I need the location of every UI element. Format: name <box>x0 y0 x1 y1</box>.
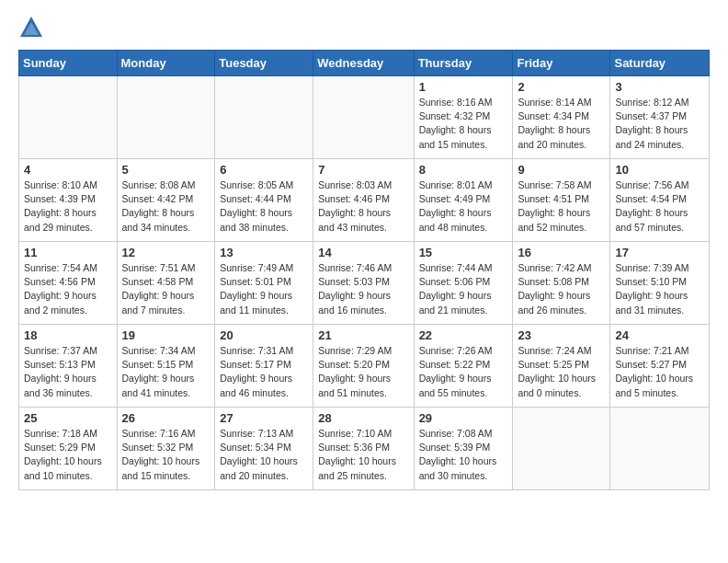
calendar-cell: 11Sunrise: 7:54 AM Sunset: 4:56 PM Dayli… <box>19 242 118 325</box>
calendar-cell: 13Sunrise: 7:49 AM Sunset: 5:01 PM Dayli… <box>215 242 313 325</box>
calendar-cell: 15Sunrise: 7:44 AM Sunset: 5:06 PM Dayli… <box>414 242 513 325</box>
day-info: Sunrise: 8:16 AM Sunset: 4:32 PM Dayligh… <box>419 96 508 152</box>
col-header-thursday: Thursday <box>414 51 513 76</box>
day-info: Sunrise: 7:08 AM Sunset: 5:39 PM Dayligh… <box>419 427 508 483</box>
calendar-cell: 6Sunrise: 8:05 AM Sunset: 4:44 PM Daylig… <box>215 159 313 242</box>
day-number: 18 <box>24 328 112 342</box>
calendar-cell: 7Sunrise: 8:03 AM Sunset: 4:46 PM Daylig… <box>313 159 414 242</box>
day-info: Sunrise: 8:12 AM Sunset: 4:37 PM Dayligh… <box>615 96 704 152</box>
calendar-cell: 23Sunrise: 7:24 AM Sunset: 5:25 PM Dayli… <box>513 325 610 408</box>
day-number: 1 <box>419 80 508 94</box>
day-number: 7 <box>318 163 408 177</box>
calendar-cell <box>215 76 313 159</box>
day-number: 14 <box>318 246 408 259</box>
calendar-cell: 28Sunrise: 7:10 AM Sunset: 5:36 PM Dayli… <box>313 408 414 490</box>
day-number: 24 <box>615 328 704 342</box>
calendar-cell: 1Sunrise: 8:16 AM Sunset: 4:32 PM Daylig… <box>414 76 513 159</box>
calendar-cell: 21Sunrise: 7:29 AM Sunset: 5:20 PM Dayli… <box>313 325 414 408</box>
day-info: Sunrise: 7:37 AM Sunset: 5:13 PM Dayligh… <box>24 344 112 400</box>
col-header-sunday: Sunday <box>19 51 118 76</box>
day-number: 17 <box>615 246 704 259</box>
week-row-4: 25Sunrise: 7:18 AM Sunset: 5:29 PM Dayli… <box>19 408 710 490</box>
day-number: 8 <box>419 163 508 177</box>
calendar-cell: 25Sunrise: 7:18 AM Sunset: 5:29 PM Dayli… <box>19 408 118 490</box>
day-number: 15 <box>419 246 508 259</box>
col-header-monday: Monday <box>117 51 215 76</box>
calendar-table: SundayMondayTuesdayWednesdayThursdayFrid… <box>18 50 710 490</box>
day-info: Sunrise: 7:54 AM Sunset: 4:56 PM Dayligh… <box>24 261 112 317</box>
calendar-cell <box>117 76 215 159</box>
calendar-cell <box>513 408 610 490</box>
day-number: 26 <box>122 411 210 425</box>
day-number: 25 <box>24 411 112 425</box>
day-info: Sunrise: 7:29 AM Sunset: 5:20 PM Dayligh… <box>318 344 408 400</box>
calendar-cell: 27Sunrise: 7:13 AM Sunset: 5:34 PM Dayli… <box>215 408 313 490</box>
day-number: 3 <box>615 80 704 94</box>
day-info: Sunrise: 7:58 AM Sunset: 4:51 PM Dayligh… <box>518 178 605 235</box>
calendar-cell: 19Sunrise: 7:34 AM Sunset: 5:15 PM Dayli… <box>117 325 215 408</box>
day-info: Sunrise: 7:21 AM Sunset: 5:27 PM Dayligh… <box>615 344 704 400</box>
calendar-cell: 17Sunrise: 7:39 AM Sunset: 5:10 PM Dayli… <box>610 242 710 325</box>
day-number: 4 <box>24 163 112 177</box>
calendar-cell: 2Sunrise: 8:14 AM Sunset: 4:34 PM Daylig… <box>513 76 610 159</box>
day-info: Sunrise: 7:51 AM Sunset: 4:58 PM Dayligh… <box>122 261 210 317</box>
day-info: Sunrise: 7:26 AM Sunset: 5:22 PM Dayligh… <box>419 344 508 400</box>
calendar-cell: 8Sunrise: 8:01 AM Sunset: 4:49 PM Daylig… <box>414 159 513 242</box>
day-info: Sunrise: 8:08 AM Sunset: 4:42 PM Dayligh… <box>122 178 210 235</box>
calendar-cell: 14Sunrise: 7:46 AM Sunset: 5:03 PM Dayli… <box>313 242 414 325</box>
day-number: 6 <box>220 163 308 177</box>
calendar-cell: 22Sunrise: 7:26 AM Sunset: 5:22 PM Dayli… <box>414 325 513 408</box>
calendar-cell <box>313 76 414 159</box>
day-info: Sunrise: 8:01 AM Sunset: 4:49 PM Dayligh… <box>419 178 508 235</box>
calendar-cell: 18Sunrise: 7:37 AM Sunset: 5:13 PM Dayli… <box>19 325 118 408</box>
day-info: Sunrise: 7:56 AM Sunset: 4:54 PM Dayligh… <box>615 178 704 235</box>
calendar-cell: 26Sunrise: 7:16 AM Sunset: 5:32 PM Dayli… <box>117 408 215 490</box>
col-header-saturday: Saturday <box>610 51 710 76</box>
calendar-cell: 12Sunrise: 7:51 AM Sunset: 4:58 PM Dayli… <box>117 242 215 325</box>
day-info: Sunrise: 7:24 AM Sunset: 5:25 PM Dayligh… <box>518 344 605 400</box>
day-info: Sunrise: 8:05 AM Sunset: 4:44 PM Dayligh… <box>220 178 308 235</box>
calendar-cell: 29Sunrise: 7:08 AM Sunset: 5:39 PM Dayli… <box>414 408 513 490</box>
day-number: 16 <box>518 246 605 259</box>
day-info: Sunrise: 8:03 AM Sunset: 4:46 PM Dayligh… <box>318 178 408 235</box>
day-number: 11 <box>24 246 112 259</box>
calendar-cell: 5Sunrise: 8:08 AM Sunset: 4:42 PM Daylig… <box>117 159 215 242</box>
day-info: Sunrise: 7:34 AM Sunset: 5:15 PM Dayligh… <box>122 344 210 400</box>
day-number: 13 <box>220 246 308 259</box>
day-number: 5 <box>122 163 210 177</box>
day-number: 19 <box>122 328 210 342</box>
day-info: Sunrise: 7:49 AM Sunset: 5:01 PM Dayligh… <box>220 261 308 317</box>
calendar-header-row: SundayMondayTuesdayWednesdayThursdayFrid… <box>19 51 710 76</box>
calendar-cell <box>610 408 710 490</box>
day-info: Sunrise: 7:13 AM Sunset: 5:34 PM Dayligh… <box>220 427 308 483</box>
day-number: 27 <box>220 411 308 425</box>
week-row-2: 11Sunrise: 7:54 AM Sunset: 4:56 PM Dayli… <box>19 242 710 325</box>
calendar-cell: 24Sunrise: 7:21 AM Sunset: 5:27 PM Dayli… <box>610 325 710 408</box>
day-info: Sunrise: 7:44 AM Sunset: 5:06 PM Dayligh… <box>419 261 508 317</box>
calendar-cell: 3Sunrise: 8:12 AM Sunset: 4:37 PM Daylig… <box>610 76 710 159</box>
week-row-3: 18Sunrise: 7:37 AM Sunset: 5:13 PM Dayli… <box>19 325 710 408</box>
col-header-friday: Friday <box>513 51 610 76</box>
logo-icon <box>18 15 44 40</box>
day-number: 12 <box>122 246 210 259</box>
calendar-cell: 9Sunrise: 7:58 AM Sunset: 4:51 PM Daylig… <box>513 159 610 242</box>
day-info: Sunrise: 7:18 AM Sunset: 5:29 PM Dayligh… <box>24 427 112 483</box>
week-row-1: 4Sunrise: 8:10 AM Sunset: 4:39 PM Daylig… <box>19 159 710 242</box>
day-number: 28 <box>318 411 408 425</box>
col-header-wednesday: Wednesday <box>313 51 414 76</box>
day-number: 10 <box>615 163 704 177</box>
calendar-cell <box>19 76 118 159</box>
day-info: Sunrise: 7:16 AM Sunset: 5:32 PM Dayligh… <box>122 427 210 483</box>
logo <box>18 15 48 40</box>
page-header <box>18 15 710 40</box>
day-number: 23 <box>518 328 605 342</box>
day-number: 22 <box>419 328 508 342</box>
calendar-cell: 20Sunrise: 7:31 AM Sunset: 5:17 PM Dayli… <box>215 325 313 408</box>
day-number: 21 <box>318 328 408 342</box>
day-number: 29 <box>419 411 508 425</box>
day-number: 9 <box>518 163 605 177</box>
day-number: 20 <box>220 328 308 342</box>
day-info: Sunrise: 7:42 AM Sunset: 5:08 PM Dayligh… <box>518 261 605 317</box>
calendar-cell: 16Sunrise: 7:42 AM Sunset: 5:08 PM Dayli… <box>513 242 610 325</box>
calendar-cell: 4Sunrise: 8:10 AM Sunset: 4:39 PM Daylig… <box>19 159 118 242</box>
